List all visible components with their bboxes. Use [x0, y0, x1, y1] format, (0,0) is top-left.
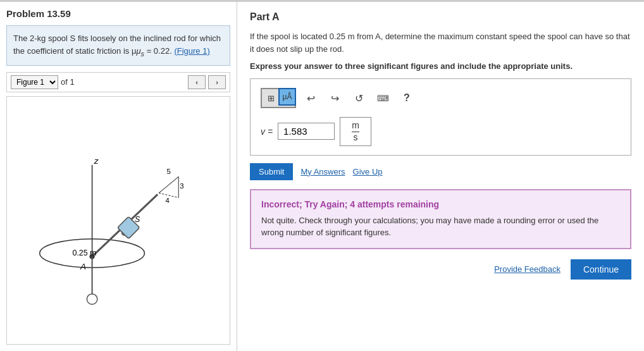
problem-title: Problem 13.59: [6, 8, 230, 19]
undo-button[interactable]: ↩: [301, 89, 320, 108]
continue-button[interactable]: Continue: [571, 259, 631, 280]
feedback-title: Incorrect; Try Again; 4 attempts remaini…: [261, 199, 620, 209]
input-label: v =: [261, 126, 273, 137]
units-numerator: m: [352, 120, 359, 132]
provide-feedback-link[interactable]: Provide Feedback: [494, 264, 560, 274]
right-panel: Part A If the spool is located 0.25 m fr…: [237, 2, 644, 351]
figure-select[interactable]: Figure 1: [11, 75, 58, 89]
my-answers-button[interactable]: My Answers: [300, 167, 345, 176]
question-text: If the spool is located 0.25 m from A, d…: [250, 30, 631, 55]
units-fraction: m s: [352, 120, 359, 143]
svg-line-10: [159, 176, 178, 193]
figure-link[interactable]: (Figure 1): [174, 46, 209, 56]
figure-label-area: Figure 1 of 1: [11, 75, 188, 89]
prev-button[interactable]: ‹: [188, 75, 206, 89]
part-title: Part A: [250, 11, 631, 23]
svg-text:A: A: [80, 262, 86, 271]
answer-box: ⊞ μÅ ↩ ↪ ↺ ⌨ ? v = m s: [250, 78, 631, 156]
refresh-button[interactable]: ↺: [349, 89, 368, 108]
figure-nav: Figure 1 of 1 ‹ ›: [6, 72, 230, 92]
submit-row: Submit My Answers Give Up: [250, 163, 631, 180]
give-up-button[interactable]: Give Up: [353, 167, 383, 176]
answer-input[interactable]: [278, 123, 335, 140]
svg-point-16: [87, 293, 97, 304]
feedback-box: Incorrect; Try Again; 4 attempts remaini…: [250, 189, 631, 249]
help-button[interactable]: ?: [397, 89, 416, 108]
grid-icon[interactable]: ⊞: [262, 89, 280, 107]
svg-text:3: 3: [180, 182, 183, 190]
figure-of-text: of 1: [61, 77, 75, 87]
mu-icon[interactable]: μÅ: [278, 88, 296, 106]
svg-text:5: 5: [167, 168, 171, 175]
icon-group[interactable]: ⊞ μÅ: [261, 88, 296, 108]
units-box: m s: [340, 117, 371, 146]
input-row: v = m s: [261, 117, 621, 146]
express-text: Express your answer to three significant…: [250, 61, 631, 71]
svg-text:S: S: [135, 214, 140, 223]
next-button[interactable]: ›: [208, 75, 226, 89]
nav-buttons: ‹ ›: [188, 75, 226, 89]
figure-area: z S 0.25 m A 5 3 4: [6, 96, 230, 345]
feedback-text: Not quite. Check through your calculatio…: [261, 214, 620, 239]
svg-text:4: 4: [166, 196, 170, 204]
toolbar: ⊞ μÅ ↩ ↪ ↺ ⌨ ?: [261, 88, 621, 108]
redo-button[interactable]: ↪: [325, 89, 344, 108]
keyboard-button[interactable]: ⌨: [373, 89, 392, 108]
svg-text:z: z: [94, 156, 99, 165]
units-denominator: s: [354, 132, 358, 143]
submit-button[interactable]: Submit: [250, 163, 293, 180]
action-row: Provide Feedback Continue: [250, 259, 631, 280]
problem-description: The 2-kg spool S fits loosely on the inc…: [6, 25, 230, 66]
